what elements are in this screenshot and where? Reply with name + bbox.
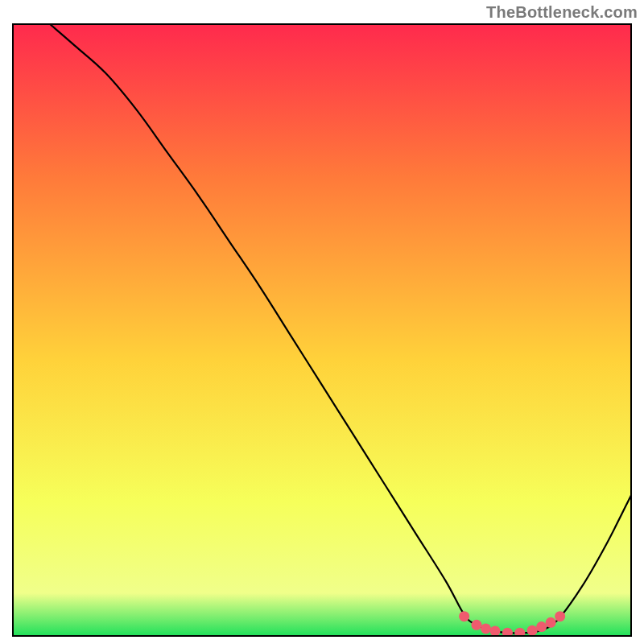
bottleneck-chart — [0, 0, 644, 644]
attribution-text: TheBottleneck.com — [486, 3, 638, 22]
highlight-dot — [472, 620, 482, 630]
chart-container: { "attribution": "TheBottleneck.com", "c… — [0, 0, 644, 644]
highlight-dot — [459, 611, 469, 621]
highlight-dot — [546, 617, 556, 628]
highlight-dot — [490, 625, 501, 636]
highlight-dot — [536, 621, 547, 632]
highlight-dot — [527, 625, 538, 636]
highlight-dot — [555, 611, 565, 621]
gradient-background — [13, 24, 631, 636]
highlight-dot — [481, 623, 491, 634]
